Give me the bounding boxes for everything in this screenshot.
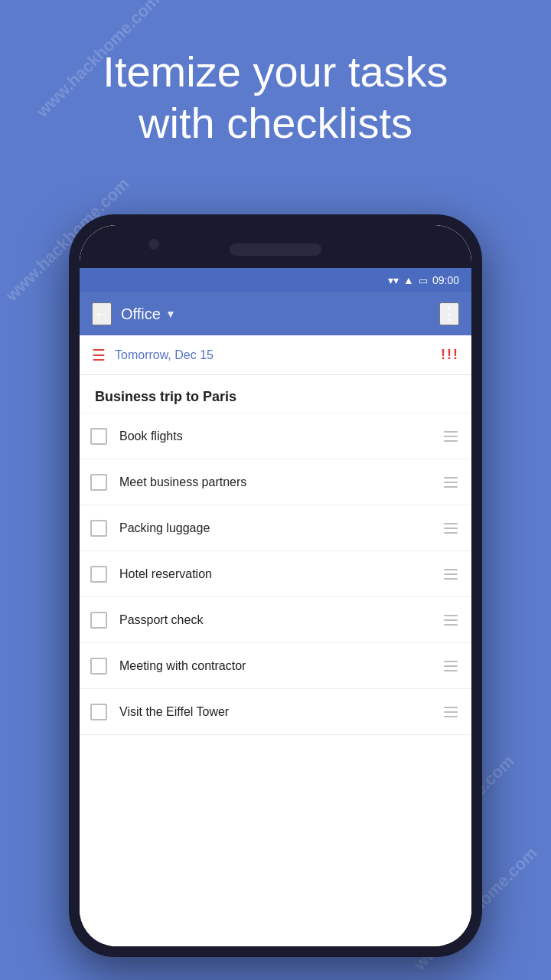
drag-handle-5[interactable] — [441, 612, 461, 629]
task-item[interactable]: Visit the Eiffel Tower — [80, 689, 471, 735]
drag-handle-6[interactable] — [441, 658, 461, 675]
drag-line-icon — [444, 431, 458, 433]
dropdown-arrow-icon[interactable]: ▼ — [165, 308, 176, 320]
task-label-3: Packing luggage — [119, 521, 441, 535]
drag-line-icon — [444, 523, 458, 524]
drag-handle-2[interactable] — [441, 474, 461, 491]
back-arrow-icon: ← — [93, 304, 110, 324]
app-toolbar: ← Office ▼ ⋮ — [80, 292, 471, 335]
task-label-4: Hotel reservation — [119, 567, 441, 581]
drag-line-icon — [444, 482, 458, 483]
phone-notch — [80, 225, 471, 268]
drag-line-icon — [444, 624, 458, 626]
task-label-2: Meet business partners — [119, 475, 441, 489]
task-checkbox-7[interactable] — [90, 704, 107, 720]
front-camera — [148, 239, 159, 250]
phone-speaker — [230, 243, 321, 256]
task-group-title: Business trip to Paris — [80, 375, 471, 413]
screen: ▾▾ ▲ ▭ 09:00 ← Office ▼ ⋮ — [80, 268, 471, 946]
header-line2: with checklists — [139, 99, 412, 147]
task-checkbox-4[interactable] — [90, 566, 107, 583]
phone-shell: ▾▾ ▲ ▭ 09:00 ← Office ▼ ⋮ — [69, 214, 482, 957]
drag-line-icon — [444, 670, 458, 671]
task-item[interactable]: Hotel reservation — [80, 551, 471, 597]
date-text: Tomorrow, Dec 15 — [115, 348, 441, 362]
task-items-container: Book flights Meet business partners Pack… — [80, 413, 471, 735]
drag-line-icon — [444, 578, 458, 580]
task-checkbox-2[interactable] — [90, 474, 107, 491]
task-item[interactable]: Passport check — [80, 597, 471, 643]
back-button[interactable]: ← — [92, 302, 112, 325]
drag-line-icon — [444, 436, 458, 437]
drag-line-icon — [444, 716, 458, 717]
phone-inner: ▾▾ ▲ ▭ 09:00 ← Office ▼ ⋮ — [80, 225, 471, 946]
drag-line-icon — [444, 661, 458, 662]
drag-line-icon — [444, 569, 458, 570]
task-item[interactable]: Packing luggage — [80, 505, 471, 551]
task-checkbox-5[interactable] — [90, 612, 107, 629]
header-line1: Itemize your tasks — [103, 47, 448, 96]
drag-line-icon — [444, 486, 458, 488]
wifi-icon: ▾▾ — [388, 274, 399, 286]
drag-handle-4[interactable] — [441, 566, 461, 583]
drag-line-icon — [444, 477, 458, 479]
task-item[interactable]: Meeting with contractor — [80, 643, 471, 689]
drag-handle-7[interactable] — [441, 704, 461, 720]
drag-handle-1[interactable] — [441, 428, 461, 445]
drag-line-icon — [444, 528, 458, 529]
drag-line-icon — [444, 665, 458, 667]
task-label-7: Visit the Eiffel Tower — [119, 705, 441, 719]
date-row[interactable]: ☰ Tomorrow, Dec 15 !!! — [80, 335, 471, 375]
drag-line-icon — [444, 615, 458, 616]
drag-line-icon — [444, 711, 458, 713]
status-bar: ▾▾ ▲ ▭ 09:00 — [80, 268, 471, 292]
task-item[interactable]: Meet business partners — [80, 459, 471, 505]
task-item[interactable]: Book flights — [80, 413, 471, 459]
more-button[interactable]: ⋮ — [439, 302, 459, 325]
task-list: Business trip to Paris Book flights Meet… — [80, 375, 471, 946]
task-checkbox-6[interactable] — [90, 658, 107, 675]
more-dots-icon: ⋮ — [441, 304, 458, 324]
signal-icon: ▲ — [403, 274, 414, 286]
status-time: 09:00 — [432, 274, 459, 286]
drag-line-icon — [444, 707, 458, 708]
task-label-6: Meeting with contractor — [119, 659, 441, 673]
calendar-icon: ☰ — [92, 346, 106, 364]
toolbar-title: Office ▼ — [121, 305, 439, 323]
page-header: Itemize your tasks with checklists — [0, 46, 551, 149]
task-checkbox-3[interactable] — [90, 520, 107, 537]
drag-line-icon — [444, 532, 458, 534]
drag-handle-3[interactable] — [441, 520, 461, 537]
task-checkbox-1[interactable] — [90, 428, 107, 445]
status-icons: ▾▾ ▲ ▭ 09:00 — [388, 274, 459, 286]
drag-line-icon — [444, 573, 458, 575]
drag-line-icon — [444, 619, 458, 621]
battery-icon: ▭ — [419, 275, 428, 286]
toolbar-title-text: Office — [121, 305, 161, 323]
task-label-1: Book flights — [119, 430, 441, 443]
task-label-5: Passport check — [119, 613, 441, 627]
drag-line-icon — [444, 440, 458, 442]
priority-icon: !!! — [441, 347, 459, 363]
